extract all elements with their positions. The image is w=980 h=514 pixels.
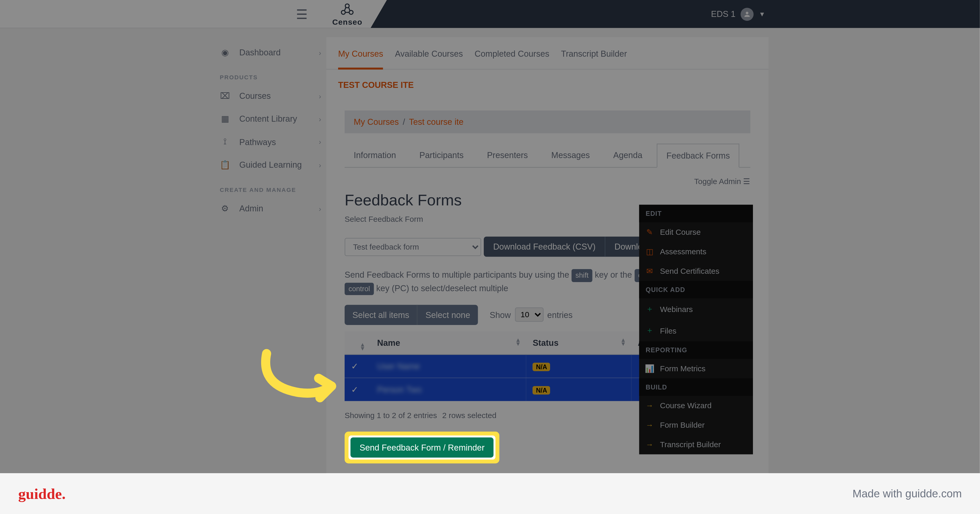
tab-transcript[interactable]: Transcript Builder: [561, 49, 627, 69]
sidebar-section-products: PRODUCTS: [215, 64, 326, 84]
kbd-shift: shift: [572, 269, 592, 282]
tab-feedback-forms[interactable]: Feedback Forms: [657, 144, 740, 168]
admin-form-metrics[interactable]: 📊Form Metrics: [639, 359, 753, 378]
tab-completed[interactable]: Completed Courses: [475, 49, 549, 69]
certificate-icon: ✉: [646, 267, 654, 276]
brand-text: Censeo: [332, 17, 363, 26]
main-panel: My Courses Available Courses Completed C…: [326, 37, 768, 474]
chevron-right-icon: ›: [319, 161, 321, 169]
sort-icon[interactable]: ▲▼: [360, 343, 366, 351]
sidebar-item-guided-learning[interactable]: 📋 Guided Learning ›: [215, 153, 326, 176]
admin-panel: EDIT ✎Edit Course ◫Assessments ✉Send Cer…: [639, 205, 753, 454]
sidebar: ◉ Dashboard › PRODUCTS ⌧ Courses › ▦ Con…: [215, 28, 326, 474]
sidebar-label: Admin: [239, 203, 310, 213]
admin-section-build: BUILD: [639, 378, 753, 396]
admin-transcript-builder[interactable]: →Transcript Builder: [639, 435, 753, 454]
sidebar-item-pathways[interactable]: ⟟ Pathways ›: [215, 130, 326, 153]
breadcrumb: My Courses/Test course ite: [345, 111, 750, 133]
showing-entries: Showing 1 to 2 of 2 entries: [345, 411, 437, 420]
made-with-text: Made with guidde.com: [853, 487, 962, 500]
admin-section-quick-add: QUICK ADD: [639, 281, 753, 298]
download-csv-button[interactable]: Download Feedback (CSV): [484, 236, 605, 257]
col-status: Status▲▼: [526, 331, 631, 354]
selection-buttons: Select all items Select none: [345, 305, 478, 325]
admin-webinars[interactable]: ＋Webinars: [639, 298, 753, 320]
inner-tabs: Information Participants Presenters Mess…: [345, 144, 750, 168]
admin-files[interactable]: ＋Files: [639, 320, 753, 341]
admin-course-wizard[interactable]: →Course Wizard: [639, 396, 753, 416]
sidebar-label: Content Library: [239, 114, 310, 124]
gear-icon: ⚙: [220, 203, 230, 213]
guidde-footer: guidde. Made with guidde.com: [0, 473, 980, 514]
send-button-highlight: Send Feedback Form / Reminder: [345, 432, 500, 463]
tab-agenda[interactable]: Agenda: [604, 144, 652, 167]
sidebar-label: Dashboard: [239, 48, 310, 57]
chevron-right-icon: ›: [319, 115, 321, 122]
path-icon: ⟟: [220, 136, 230, 147]
arrow-right-icon: →: [646, 440, 654, 449]
edit-icon: ✎: [646, 227, 654, 236]
tab-my-courses[interactable]: My Courses: [338, 49, 383, 70]
tab-information[interactable]: Information: [345, 144, 405, 167]
user-name: EDS 1: [711, 9, 735, 19]
guidde-logo: guidde.: [18, 485, 65, 503]
metrics-icon: 📊: [646, 364, 654, 373]
plus-icon: ＋: [646, 325, 654, 336]
breadcrumb-root[interactable]: My Courses: [354, 117, 399, 127]
chevron-right-icon: ›: [319, 48, 321, 56]
book-icon: ▦: [220, 114, 230, 124]
feedback-form-select[interactable]: Test feedback form: [345, 238, 481, 256]
sidebar-section-create: CREATE AND MANAGE: [215, 176, 326, 197]
col-name: Name▲▼: [371, 331, 526, 354]
check-icon: ✓: [351, 384, 358, 394]
avatar-icon: [741, 8, 754, 21]
toggle-admin[interactable]: Toggle Admin ☰: [345, 177, 750, 186]
clipboard-icon: 📋: [220, 160, 230, 170]
hamburger-icon[interactable]: ☰: [296, 6, 308, 22]
kbd-control: control: [345, 282, 374, 295]
admin-section-reporting: REPORTING: [639, 341, 753, 359]
svg-point-2: [349, 10, 353, 14]
top-tabs: My Courses Available Courses Completed C…: [326, 37, 768, 70]
arrow-right-icon: →: [646, 420, 654, 430]
brand-logo[interactable]: Censeo: [332, 2, 363, 26]
chevron-right-icon: ›: [319, 92, 321, 100]
send-feedback-button[interactable]: Send Feedback Form / Reminder: [351, 437, 494, 457]
gauge-icon: ◉: [220, 48, 230, 57]
admin-form-builder[interactable]: →Form Builder: [639, 416, 753, 435]
admin-assessments[interactable]: ◫Assessments: [639, 242, 753, 261]
tab-messages[interactable]: Messages: [542, 144, 599, 167]
user-menu[interactable]: EDS 1 ▼: [711, 8, 765, 21]
rows-selected: 2 rows selected: [442, 411, 496, 420]
sort-icon[interactable]: ▲▼: [620, 338, 626, 346]
admin-edit-course[interactable]: ✎Edit Course: [639, 222, 753, 242]
chart-icon: ◫: [646, 247, 654, 256]
select-all-button[interactable]: Select all items: [345, 305, 417, 325]
sidebar-item-dashboard[interactable]: ◉ Dashboard ›: [215, 41, 326, 64]
check-icon: ✓: [351, 361, 358, 371]
admin-section-edit: EDIT: [639, 205, 753, 222]
chevron-right-icon: ›: [319, 205, 321, 212]
admin-send-certificates[interactable]: ✉Send Certificates: [639, 261, 753, 281]
status-badge: N/A: [533, 362, 550, 371]
arrow-right-icon: →: [646, 401, 654, 410]
tab-available[interactable]: Available Courses: [395, 49, 463, 69]
sidebar-label: Courses: [239, 91, 310, 101]
sidebar-label: Pathways: [239, 137, 310, 147]
sidebar-item-content-library[interactable]: ▦ Content Library ›: [215, 107, 326, 130]
tab-participants[interactable]: Participants: [410, 144, 473, 167]
sidebar-item-admin[interactable]: ⚙ Admin ›: [215, 197, 326, 220]
topbar: ☰ Censeo EDS 1 ▼: [0, 0, 980, 28]
sidebar-item-courses[interactable]: ⌧ Courses ›: [215, 84, 326, 107]
tab-presenters[interactable]: Presenters: [478, 144, 537, 167]
select-none-button[interactable]: Select none: [417, 305, 478, 325]
entries-select[interactable]: 10: [515, 308, 543, 322]
participant-name: User Name: [377, 361, 420, 371]
sort-icon[interactable]: ▲▼: [515, 338, 521, 346]
breadcrumb-current: Test course ite: [409, 117, 463, 127]
course-title: TEST COURSE ITE: [326, 70, 768, 100]
chevron-right-icon: ›: [319, 138, 321, 146]
svg-point-1: [342, 10, 345, 14]
plus-icon: ＋: [646, 304, 654, 315]
sidebar-label: Guided Learning: [239, 160, 310, 170]
